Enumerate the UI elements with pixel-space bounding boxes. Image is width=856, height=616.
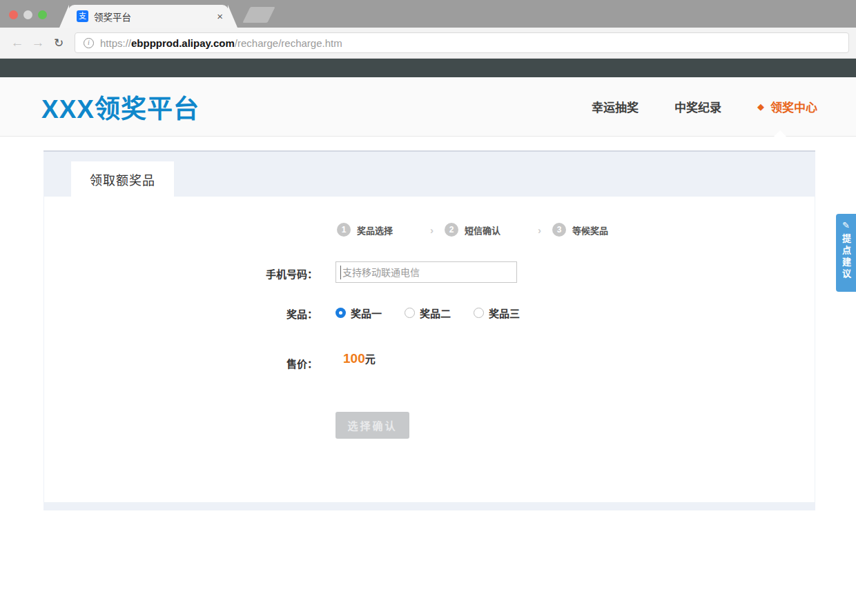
back-icon[interactable]: ← [7,35,28,50]
radio-selected-icon[interactable] [335,308,346,318]
diamond-icon: ◆ [757,101,764,112]
nav-item-prize-center[interactable]: ◆ 领奖中心 [757,98,817,115]
prize-panel: 领取额奖品 1 奖品选择 › 2 短信确认 › 3 等候奖品 手机号码： [43,150,815,510]
zoom-window-button[interactable] [38,10,47,19]
text-caret [340,266,341,279]
url-path: /recharge/recharge.htm [235,37,342,49]
url-protocol: https:// [100,37,131,49]
browser-titlebar: 支 领奖平台 × [0,0,856,28]
nav-item-label: 幸运抽奖 [592,98,639,115]
phone-input[interactable] [336,262,516,282]
prize-label: 奖品： [44,306,318,321]
radio-prize-one[interactable]: 奖品一 [335,306,382,320]
site-info-icon[interactable]: i [84,38,94,48]
price-label: 售价： [44,356,318,370]
price-row: 100 元 [343,351,376,366]
confirm-selection-button[interactable]: 选择确认 [335,412,409,439]
tab-close-icon[interactable]: × [217,10,223,22]
radio-label: 奖品一 [351,306,382,320]
phone-number-label: 手机号码： [44,266,318,281]
minimize-window-button[interactable] [23,10,32,19]
browser-toolbar: ← → ↻ i https://ebppprod.alipay.com/rech… [0,28,856,59]
step-number-badge: 3 [552,223,566,237]
step-wait-prize: 3 等候奖品 [552,223,608,237]
nav-item-lucky-draw[interactable]: 幸运抽奖 [592,98,639,115]
price-unit: 元 [365,351,376,366]
step-prize-selection: 1 奖品选择 [337,223,393,237]
alipay-favicon-icon: 支 [77,10,88,22]
radio-label: 奖品二 [420,306,451,320]
radio-unselected-icon[interactable] [405,308,415,318]
chevron-right-icon: › [538,224,541,236]
active-nav-caret [774,130,786,137]
top-dark-band [0,59,856,77]
step-number-badge: 1 [337,223,351,237]
browser-tab[interactable]: 支 领奖平台 × [68,5,228,28]
site-nav: 幸运抽奖 中奖纪录 ◆ 领奖中心 [592,77,817,136]
radio-label: 奖品三 [489,306,520,320]
page-main: 领取额奖品 1 奖品选择 › 2 短信确认 › 3 等候奖品 手机号码： [0,137,856,616]
step-indicator: 1 奖品选择 › 2 短信确认 › 3 等候奖品 [337,223,608,237]
nav-item-winning-records[interactable]: 中奖纪录 [674,98,721,115]
step-label: 等候奖品 [572,223,608,237]
tab-title: 领奖平台 [94,10,213,23]
radio-unselected-icon[interactable] [474,308,484,318]
phone-input-wrapper [335,261,517,283]
price-value: 100 [343,351,365,366]
step-label: 短信确认 [465,223,500,237]
pencil-icon: ✎ [836,220,856,230]
tab-claim-prize[interactable]: 领取额奖品 [71,161,174,197]
traffic-lights [9,10,47,19]
url-domain: ebppprod.alipay.com [131,37,235,49]
feedback-side-tab[interactable]: ✎ 提点建议 [836,214,856,292]
step-label: 奖品选择 [357,223,393,237]
new-tab-button[interactable] [242,7,275,23]
reload-icon[interactable]: ↻ [48,36,69,50]
chevron-right-icon: › [430,224,434,236]
step-sms-confirm: 2 短信确认 [445,223,500,237]
prize-radio-group: 奖品一 奖品二 奖品三 [335,306,543,320]
close-window-button[interactable] [9,10,18,19]
site-logo[interactable]: XXX领奖平台 [41,88,200,126]
nav-item-label: 领奖中心 [770,98,817,115]
forward-icon[interactable]: → [28,35,48,50]
feedback-label: 提点建议 [839,234,853,281]
panel-content: 1 奖品选择 › 2 短信确认 › 3 等候奖品 手机号码： 奖品： [44,197,815,502]
nav-item-label: 中奖纪录 [674,98,721,115]
step-number-badge: 2 [445,223,458,237]
radio-prize-three[interactable]: 奖品三 [474,306,520,320]
site-header: XXX领奖平台 幸运抽奖 中奖纪录 ◆ 领奖中心 [0,77,856,137]
radio-prize-two[interactable]: 奖品二 [405,306,451,320]
address-bar[interactable]: i https://ebppprod.alipay.com/recharge/r… [75,32,849,53]
